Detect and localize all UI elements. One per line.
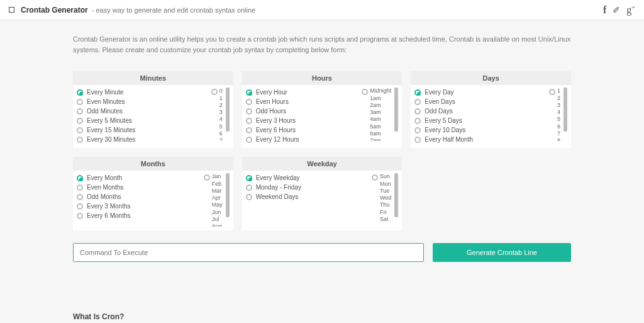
option-hours[interactable]: Every Hour [246,88,362,97]
radio-icon[interactable] [246,137,252,143]
radio-icon[interactable] [414,137,421,143]
radio-icon[interactable] [414,127,421,133]
value-list[interactable]: 012345678 [219,88,225,141]
radio-icon[interactable] [362,89,368,95]
option-minutes[interactable]: Every 5 Minutes [77,116,211,125]
list-item[interactable]: 5 [557,116,561,123]
list-item[interactable]: Apr [211,195,223,201]
option-hours[interactable]: Odd Hours [246,106,362,116]
list-item[interactable]: 3 [219,109,223,116]
list-item[interactable]: Midnight [369,88,392,94]
list-item[interactable]: 2am [369,102,392,109]
list-item[interactable]: Tue [379,188,392,195]
radio-icon[interactable] [414,108,421,115]
value-list[interactable]: 123456789 [557,88,562,141]
radio-icon[interactable] [246,184,252,191]
radio-icon[interactable] [372,174,378,181]
option-weekday[interactable]: Weekend Days [246,192,372,201]
value-list[interactable]: Midnight1am2am3am4am5am6am7am8am [369,88,393,141]
radio-icon[interactable] [77,99,83,105]
radio-icon[interactable] [77,213,83,219]
list-item[interactable]: 8 [557,137,561,141]
radio-icon[interactable] [414,118,421,124]
list-item[interactable]: Sat [379,216,392,223]
radio-icon[interactable] [246,108,252,115]
list-item[interactable]: 6 [557,123,561,130]
list-item[interactable]: 1 [557,88,561,94]
radio-icon[interactable] [246,175,252,181]
option-weekday[interactable]: Every Weekday [246,173,372,183]
radio-icon[interactable] [77,89,83,96]
list-item[interactable]: Jan [211,173,223,180]
list-item[interactable]: Sun [379,173,392,180]
option-minutes[interactable]: Every 30 Minutes [77,135,211,144]
list-item[interactable]: 1am [369,95,392,102]
option-days[interactable]: Even Days [414,97,549,106]
scrollbar[interactable] [564,88,567,132]
option-hours[interactable]: Even Hours [246,97,362,106]
option-months[interactable]: Even Months [77,183,204,192]
list-item[interactable]: Thu [379,201,392,208]
radio-icon[interactable] [77,137,83,143]
scrollbar[interactable] [226,173,230,217]
value-list[interactable]: JanFebMarAprMayJunJulAugSep [211,173,225,227]
radio-icon[interactable] [246,89,252,96]
list-item[interactable]: Aug [211,223,223,227]
list-item[interactable]: May [211,201,223,208]
list-item[interactable]: 6am [369,130,392,137]
option-months[interactable]: Every 3 Months [77,201,204,211]
list-item[interactable]: Mar [211,188,223,195]
option-minutes[interactable]: Odd Minutes [77,106,211,116]
list-item[interactable]: 7am [369,137,392,141]
radio-icon[interactable] [77,108,83,115]
radio-icon[interactable] [246,118,252,124]
option-hours[interactable]: Every 12 Hours [246,135,362,144]
option-days[interactable]: Every 5 Days [414,116,549,125]
scrollbar[interactable] [394,88,398,132]
option-months[interactable]: Every Month [77,173,204,183]
list-item[interactable]: Jun [211,209,223,216]
list-item[interactable]: 5am [369,123,392,130]
list-item[interactable]: 1 [219,95,223,102]
radio-icon[interactable] [204,174,210,181]
option-months[interactable]: Odd Months [77,192,204,201]
generate-button[interactable]: Generate Crontab Line [433,243,571,262]
list-item[interactable]: 2 [219,102,223,109]
radio-icon[interactable] [77,194,83,200]
list-item[interactable]: Feb [211,181,223,188]
option-hours[interactable]: Every 6 Hours [246,125,362,135]
radio-icon[interactable] [246,99,252,105]
list-item[interactable]: 7 [557,130,561,137]
radio-icon[interactable] [246,127,252,133]
list-item[interactable]: 7 [219,137,223,141]
list-item[interactable]: 4am [369,116,392,123]
radio-icon[interactable] [77,184,83,191]
option-days[interactable]: Odd Days [414,106,549,116]
value-list[interactable]: SunMonTueWedThuFriSat [379,173,393,223]
radio-icon[interactable] [77,118,83,124]
scrollbar[interactable] [226,88,230,132]
facebook-icon[interactable]: f [603,4,606,16]
radio-icon[interactable] [414,99,421,105]
option-minutes[interactable]: Even Minutes [77,97,211,106]
radio-icon[interactable] [77,203,83,210]
list-item[interactable]: 2 [557,95,561,102]
option-days[interactable]: Every Day [414,88,549,97]
list-item[interactable]: 5 [219,123,223,130]
list-item[interactable]: Fri [379,209,392,216]
list-item[interactable]: 3 [557,102,561,109]
twitter-icon[interactable]: ✐ [613,5,620,15]
list-item[interactable]: Mon [379,181,392,188]
radio-icon[interactable] [549,89,555,95]
radio-icon[interactable] [211,89,218,95]
radio-icon[interactable] [246,194,252,200]
list-item[interactable]: 0 [219,88,223,94]
option-days[interactable]: Every 10 Days [414,125,549,135]
list-item[interactable]: 6 [219,130,223,137]
scrollbar[interactable] [394,173,398,217]
list-item[interactable]: Wed [379,195,392,201]
list-item[interactable]: 4 [557,109,561,116]
option-days[interactable]: Every Half Month [414,135,549,144]
option-hours[interactable]: Every 3 Hours [246,116,362,125]
list-item[interactable]: 3am [369,109,392,116]
